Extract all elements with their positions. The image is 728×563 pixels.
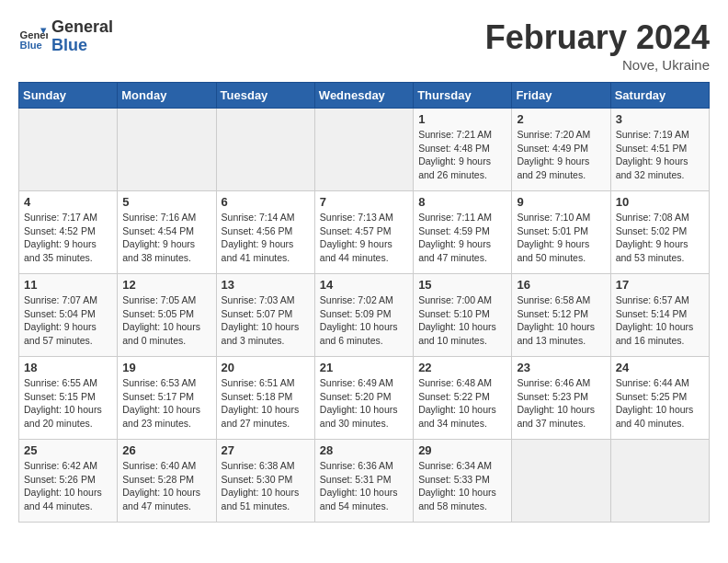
day-number: 25 xyxy=(24,443,112,457)
calendar-cell: 21Sunrise: 6:49 AM Sunset: 5:20 PM Dayli… xyxy=(314,357,413,440)
calendar-week-4: 25Sunrise: 6:42 AM Sunset: 5:26 PM Dayli… xyxy=(19,440,710,523)
logo-line1: General xyxy=(51,18,113,37)
calendar-cell: 22Sunrise: 6:48 AM Sunset: 5:22 PM Dayli… xyxy=(414,357,512,440)
day-number: 20 xyxy=(222,361,310,374)
calendar-cell: 9Sunrise: 7:10 AM Sunset: 5:01 PM Daylig… xyxy=(512,191,610,274)
day-info: Sunrise: 7:11 AM Sunset: 4:59 PM Dayligh… xyxy=(418,211,506,265)
day-info: Sunrise: 6:53 AM Sunset: 5:17 PM Dayligh… xyxy=(122,376,210,431)
day-number: 10 xyxy=(616,195,704,209)
day-info: Sunrise: 7:05 AM Sunset: 5:05 PM Dayligh… xyxy=(122,293,210,348)
calendar-cell: 8Sunrise: 7:11 AM Sunset: 4:59 PM Daylig… xyxy=(414,191,512,274)
calendar-week-1: 4Sunrise: 7:17 AM Sunset: 4:52 PM Daylig… xyxy=(19,191,710,274)
svg-text:Blue: Blue xyxy=(20,40,42,51)
day-number: 9 xyxy=(517,195,605,209)
logo-line2: Blue xyxy=(51,37,113,55)
day-number: 22 xyxy=(418,361,506,374)
day-info: Sunrise: 7:07 AM Sunset: 5:04 PM Dayligh… xyxy=(24,293,112,348)
calendar-cell: 19Sunrise: 6:53 AM Sunset: 5:17 PM Dayli… xyxy=(118,357,216,440)
day-number: 26 xyxy=(122,443,210,457)
day-number: 1 xyxy=(418,112,506,126)
day-number: 19 xyxy=(122,361,210,374)
logo: General Blue General Blue xyxy=(18,18,113,55)
calendar-cell: 2Sunrise: 7:20 AM Sunset: 4:49 PM Daylig… xyxy=(512,109,610,191)
day-info: Sunrise: 7:14 AM Sunset: 4:56 PM Dayligh… xyxy=(222,211,310,265)
calendar-cell: 28Sunrise: 6:36 AM Sunset: 5:31 PM Dayli… xyxy=(314,440,413,523)
day-number: 24 xyxy=(616,361,704,374)
calendar-cell: 11Sunrise: 7:07 AM Sunset: 5:04 PM Dayli… xyxy=(19,274,118,357)
day-info: Sunrise: 7:19 AM Sunset: 4:51 PM Dayligh… xyxy=(616,128,704,182)
calendar-cell: 24Sunrise: 6:44 AM Sunset: 5:25 PM Dayli… xyxy=(610,357,709,440)
calendar-week-2: 11Sunrise: 7:07 AM Sunset: 5:04 PM Dayli… xyxy=(19,274,710,357)
calendar-cell xyxy=(314,109,413,191)
calendar-cell: 15Sunrise: 7:00 AM Sunset: 5:10 PM Dayli… xyxy=(414,274,512,357)
day-info: Sunrise: 7:10 AM Sunset: 5:01 PM Dayligh… xyxy=(517,211,605,265)
day-info: Sunrise: 7:08 AM Sunset: 5:02 PM Dayligh… xyxy=(616,211,704,265)
calendar-cell: 14Sunrise: 7:02 AM Sunset: 5:09 PM Dayli… xyxy=(314,274,413,357)
day-info: Sunrise: 6:42 AM Sunset: 5:26 PM Dayligh… xyxy=(24,459,112,513)
calendar-cell: 26Sunrise: 6:40 AM Sunset: 5:28 PM Dayli… xyxy=(118,440,216,523)
day-info: Sunrise: 6:36 AM Sunset: 5:31 PM Dayligh… xyxy=(320,459,408,513)
calendar-cell: 18Sunrise: 6:55 AM Sunset: 5:15 PM Dayli… xyxy=(19,357,118,440)
calendar-cell xyxy=(19,109,118,191)
day-number: 12 xyxy=(122,278,210,292)
calendar-cell: 16Sunrise: 6:58 AM Sunset: 5:12 PM Dayli… xyxy=(512,274,610,357)
day-info: Sunrise: 6:58 AM Sunset: 5:12 PM Dayligh… xyxy=(517,293,605,348)
location: Nove, Ukraine xyxy=(485,57,710,73)
day-info: Sunrise: 7:02 AM Sunset: 5:09 PM Dayligh… xyxy=(320,293,408,348)
calendar-table: SundayMondayTuesdayWednesdayThursdayFrid… xyxy=(18,82,710,523)
day-number: 28 xyxy=(320,443,408,457)
day-number: 15 xyxy=(418,278,506,292)
title-block: February 2024 Nove, Ukraine xyxy=(485,18,710,73)
calendar-cell xyxy=(512,440,610,523)
day-number: 29 xyxy=(418,443,506,457)
calendar-cell: 23Sunrise: 6:46 AM Sunset: 5:23 PM Dayli… xyxy=(512,357,610,440)
day-info: Sunrise: 6:48 AM Sunset: 5:22 PM Dayligh… xyxy=(418,376,506,431)
month-year: February 2024 xyxy=(485,18,710,57)
day-number: 16 xyxy=(517,278,605,292)
weekday-header-thursday: Thursday xyxy=(414,83,512,109)
day-info: Sunrise: 6:44 AM Sunset: 5:25 PM Dayligh… xyxy=(616,376,704,431)
day-info: Sunrise: 6:38 AM Sunset: 5:30 PM Dayligh… xyxy=(222,459,310,513)
weekday-header-wednesday: Wednesday xyxy=(314,83,413,109)
day-info: Sunrise: 6:57 AM Sunset: 5:14 PM Dayligh… xyxy=(616,293,704,348)
day-number: 18 xyxy=(24,361,112,374)
calendar-cell: 4Sunrise: 7:17 AM Sunset: 4:52 PM Daylig… xyxy=(19,191,118,274)
day-number: 3 xyxy=(616,112,704,126)
calendar-cell: 6Sunrise: 7:14 AM Sunset: 4:56 PM Daylig… xyxy=(216,191,314,274)
calendar-cell: 29Sunrise: 6:34 AM Sunset: 5:33 PM Dayli… xyxy=(414,440,512,523)
day-number: 13 xyxy=(222,278,310,292)
weekday-header-tuesday: Tuesday xyxy=(216,83,314,109)
calendar-cell: 17Sunrise: 6:57 AM Sunset: 5:14 PM Dayli… xyxy=(610,274,709,357)
calendar-cell xyxy=(216,109,314,191)
day-info: Sunrise: 7:13 AM Sunset: 4:57 PM Dayligh… xyxy=(320,211,408,265)
day-info: Sunrise: 6:49 AM Sunset: 5:20 PM Dayligh… xyxy=(320,376,408,431)
calendar-cell: 7Sunrise: 7:13 AM Sunset: 4:57 PM Daylig… xyxy=(314,191,413,274)
calendar-cell xyxy=(610,440,709,523)
calendar-cell: 13Sunrise: 7:03 AM Sunset: 5:07 PM Dayli… xyxy=(216,274,314,357)
day-info: Sunrise: 7:16 AM Sunset: 4:54 PM Dayligh… xyxy=(122,211,210,265)
calendar-week-0: 1Sunrise: 7:21 AM Sunset: 4:48 PM Daylig… xyxy=(19,109,710,191)
day-number: 7 xyxy=(320,195,408,209)
day-number: 17 xyxy=(616,278,704,292)
calendar-cell: 5Sunrise: 7:16 AM Sunset: 4:54 PM Daylig… xyxy=(118,191,216,274)
day-info: Sunrise: 7:21 AM Sunset: 4:48 PM Dayligh… xyxy=(418,128,506,182)
day-number: 14 xyxy=(320,278,408,292)
day-number: 23 xyxy=(517,361,605,374)
day-number: 5 xyxy=(122,195,210,209)
day-info: Sunrise: 7:20 AM Sunset: 4:49 PM Dayligh… xyxy=(517,128,605,182)
day-number: 8 xyxy=(418,195,506,209)
day-number: 21 xyxy=(320,361,408,374)
day-number: 6 xyxy=(222,195,310,209)
page-header: General Blue General Blue February 2024 … xyxy=(18,18,710,73)
day-info: Sunrise: 6:51 AM Sunset: 5:18 PM Dayligh… xyxy=(222,376,310,431)
day-number: 2 xyxy=(517,112,605,126)
calendar-cell xyxy=(118,109,216,191)
weekday-header-row: SundayMondayTuesdayWednesdayThursdayFrid… xyxy=(19,83,710,109)
day-info: Sunrise: 6:40 AM Sunset: 5:28 PM Dayligh… xyxy=(122,459,210,513)
day-info: Sunrise: 7:17 AM Sunset: 4:52 PM Dayligh… xyxy=(24,211,112,265)
calendar-cell: 10Sunrise: 7:08 AM Sunset: 5:02 PM Dayli… xyxy=(610,191,709,274)
calendar-cell: 27Sunrise: 6:38 AM Sunset: 5:30 PM Dayli… xyxy=(216,440,314,523)
day-info: Sunrise: 6:55 AM Sunset: 5:15 PM Dayligh… xyxy=(24,376,112,431)
day-info: Sunrise: 6:46 AM Sunset: 5:23 PM Dayligh… xyxy=(517,376,605,431)
weekday-header-friday: Friday xyxy=(512,83,610,109)
